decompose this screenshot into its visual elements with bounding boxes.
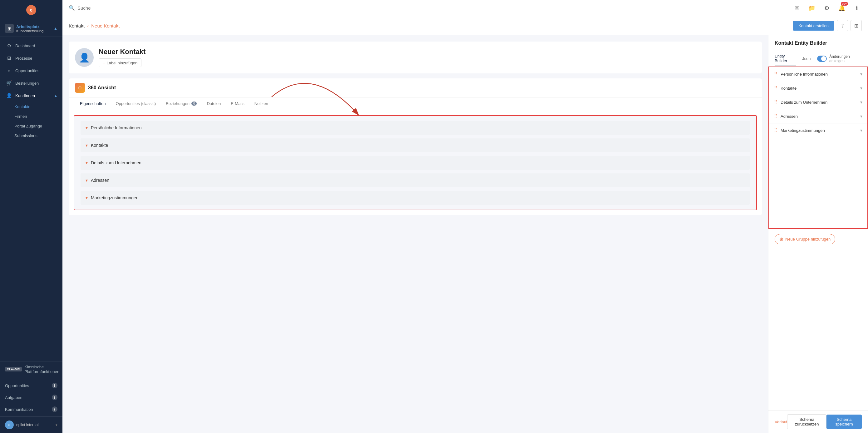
section-adressen[interactable]: ▾ Adressen: [81, 173, 750, 187]
mail-icon-button[interactable]: ✉: [792, 3, 802, 13]
info-icon-button[interactable]: ℹ: [852, 3, 862, 13]
sidebar-item-dashboard[interactable]: ⊙ Dashboard: [0, 39, 62, 52]
add-group-button[interactable]: ⊕ Neue Gruppe hinzufügen: [775, 234, 835, 244]
sidebar-label-opportunities: Opportunities: [15, 68, 39, 73]
bottom-label-opportunities: Opportunities: [5, 383, 29, 388]
bestellungen-icon: 🛒: [6, 80, 12, 86]
workspace-chevron-icon: ▲: [54, 26, 57, 31]
rp-section-name-details: Details zum Unternehmen: [781, 100, 828, 105]
bottom-item-kommunikation[interactable]: Kommunikation ℹ: [0, 403, 62, 415]
contact-name: Neuer Kontakt: [99, 48, 146, 56]
bottom-label-aufgaben: Aufgaben: [5, 395, 23, 400]
section-persoenliche[interactable]: ▾ Persönliche Informationen: [81, 121, 750, 135]
workspace-title: Arbeitsplatz: [16, 24, 54, 29]
sidebar-label-prozesse: Prozesse: [15, 56, 32, 61]
rp-section-kontakte[interactable]: ⠿ Kontakte ▾: [769, 81, 867, 95]
page-wrapper: Kontakt › Neue Kontakt Kontakt erstellen…: [62, 16, 868, 433]
tab-notizen[interactable]: Notizen: [249, 97, 273, 110]
verlauf-button[interactable]: Verlauf: [775, 420, 787, 424]
section-kontakte[interactable]: ▾ Kontakte: [81, 138, 750, 152]
tab-opportunities[interactable]: Opportunities (classic): [111, 97, 161, 110]
tab-emails[interactable]: E-Mails: [226, 97, 249, 110]
search-icon: 🔍: [69, 5, 75, 11]
toggle-changes[interactable]: [817, 56, 827, 62]
rp-section-left-adressen: ⠿ Adressen: [774, 114, 798, 119]
prozesse-icon: ⊞: [6, 55, 12, 61]
sidebar-item-kundinnen[interactable]: 👤 KundInnen ▲: [0, 89, 62, 102]
tab-dateien[interactable]: Dateien: [202, 97, 226, 110]
drag-handle-marketing: ⠿: [774, 128, 777, 133]
section-name-details: Details zum Unternehmen: [91, 160, 142, 165]
notification-badge: 99+: [841, 2, 848, 6]
rp-section-adressen[interactable]: ⠿ Adressen ▾: [769, 109, 867, 123]
rp-section-marketing[interactable]: ⠿ Marketingzustimmungen ▾: [769, 123, 867, 137]
sidebar-subitem-portal[interactable]: Portal Zugänge: [14, 121, 62, 131]
info-icon-opportunities: ℹ: [52, 383, 57, 388]
dashboard-icon: ⊙: [6, 42, 12, 49]
save-schema-button[interactable]: Schema speichern: [827, 414, 862, 429]
logo[interactable]: e: [0, 0, 62, 20]
breadcrumb: Kontakt › Neue Kontakt: [69, 23, 120, 28]
rp-tab-json[interactable]: Json: [802, 56, 811, 64]
folder-icon-button[interactable]: 📁: [807, 3, 817, 13]
rp-section-name-persoenliche: Persönliche Informationen: [781, 72, 828, 77]
breadcrumb-parent[interactable]: Kontakt: [69, 23, 85, 28]
rp-section-name-adressen: Adressen: [781, 114, 798, 119]
right-panel-tabs: Entity Builder Json Änderungen anzeigen: [768, 51, 868, 66]
breadcrumb-separator: ›: [87, 23, 89, 28]
section-chevron-persoenliche: ▾: [86, 125, 88, 130]
grid-icon-button[interactable]: ⊞: [850, 20, 862, 31]
contact-avatar: 👤: [75, 48, 94, 67]
sidebar-item-opportunities[interactable]: ○ Opportunities: [0, 64, 62, 77]
bottom-item-opportunities[interactable]: Opportunities ℹ: [0, 380, 62, 392]
rp-section-details[interactable]: ⠿ Details zum Unternehmen ▾: [769, 95, 867, 109]
section-marketing[interactable]: ▾ Marketingzustimmungen: [81, 191, 750, 205]
kundinnen-subitems: Kontakte Firmen Portal Zugänge Submissio…: [0, 102, 62, 141]
drag-handle-details: ⠿: [774, 100, 777, 105]
create-contact-button[interactable]: Kontakt erstellen: [793, 21, 834, 31]
rp-section-name-marketing: Marketingzustimmungen: [781, 128, 825, 133]
workspace-selector[interactable]: ⊞ Arbeitsplatz Kundenbetreuung ▲: [0, 20, 62, 37]
sidebar-subitem-kontakte[interactable]: Kontakte: [14, 102, 62, 112]
tab-label-dateien: Dateien: [207, 101, 221, 106]
drag-handle-persoenliche: ⠿: [774, 71, 777, 77]
reset-schema-button[interactable]: Schema zurücksetzen: [787, 414, 827, 429]
sidebar-subitem-firmen[interactable]: Firmen: [14, 112, 62, 121]
tab-beziehungen[interactable]: Beziehungen 0: [161, 97, 202, 110]
rp-footer: ⊕ Neue Gruppe hinzufügen: [768, 229, 868, 249]
classic-label: Klassische Plattformfunktionen: [24, 365, 59, 374]
tab-label-eigenschaften: Eigenschaften: [80, 101, 105, 106]
view-360-icon: ⊙: [75, 83, 85, 93]
sidebar-subitem-submissions[interactable]: Submissions: [14, 131, 62, 141]
sidebar-item-bestellungen[interactable]: 🛒 Bestellungen: [0, 77, 62, 89]
info-icon-kommunikation: ℹ: [52, 406, 57, 412]
rp-section-persoenliche[interactable]: ⠿ Persönliche Informationen ▾: [769, 67, 867, 81]
classic-badge-row[interactable]: CLAsSIC Klassische Plattformfunktionen: [5, 365, 57, 374]
info-icon-aufgaben: ℹ: [52, 395, 57, 400]
tab-label-notizen: Notizen: [254, 101, 268, 106]
right-sections: ⠿ Persönliche Informationen ▾ ⠿ Kontakte…: [768, 66, 868, 229]
sidebar-item-prozesse[interactable]: ⊞ Prozesse: [0, 52, 62, 64]
gear-icon-button[interactable]: ⚙: [822, 3, 832, 13]
section-details[interactable]: ▾ Details zum Unternehmen: [81, 156, 750, 170]
add-label-button[interactable]: + Label hinzufügen: [99, 58, 142, 67]
tab-eigenschaften[interactable]: Eigenschaften: [75, 97, 111, 110]
share-icon-button[interactable]: ⇪: [837, 20, 848, 31]
user-chevron-icon: ▾: [56, 423, 57, 427]
rp-chevron-marketing: ▾: [860, 128, 862, 133]
rp-section-left-marketing: ⠿ Marketingzustimmungen: [774, 128, 825, 133]
toggle-label: Änderungen anzeigen: [829, 54, 862, 63]
section-chevron-kontakte: ▾: [86, 143, 88, 148]
bottom-item-aufgaben[interactable]: Aufgaben ℹ: [0, 392, 62, 403]
rp-tab-entity-builder[interactable]: Entity Builder: [775, 54, 796, 66]
section-name-adressen: Adressen: [91, 178, 109, 183]
contact-header: 👤 Neuer Kontakt + Label hinzufügen: [69, 41, 762, 74]
sidebar-nav: ⊙ Dashboard ⊞ Prozesse ○ Opportunities 🛒…: [0, 37, 62, 361]
user-avatar: e: [5, 421, 14, 429]
user-section[interactable]: e epilot internal ▾: [0, 416, 62, 433]
search-input[interactable]: [78, 5, 140, 10]
workspace-subtitle: Kundenbetreuung: [16, 29, 54, 33]
kundinnen-chevron-icon: ▲: [54, 94, 57, 97]
contact-info: Neuer Kontakt + Label hinzufügen: [99, 48, 146, 67]
bell-icon-button[interactable]: 🔔 99+: [837, 3, 847, 13]
